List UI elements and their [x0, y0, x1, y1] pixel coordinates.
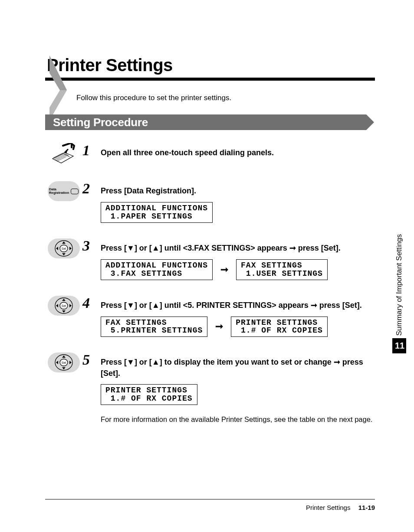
svg-text:Set: Set — [62, 247, 66, 250]
lcd-display: PRINTER SETTINGS 1.# OF RX COPIES — [101, 384, 197, 405]
down-arrow-icon: ▼ — [127, 301, 135, 310]
svg-marker-8 — [56, 247, 58, 250]
step-instruction: Press [Data Registration]. — [101, 186, 375, 196]
step-4: Set 4 Press [▼] or [▲] until <5. PRINTER… — [45, 295, 375, 337]
lcd-display: FAX SETTINGS 1.USER SETTINGS — [236, 259, 328, 280]
panel-open-icon — [50, 143, 78, 166]
svg-marker-13 — [62, 299, 66, 301]
set-navigation-button-icon: Set — [48, 296, 80, 316]
step-number: 3 — [82, 238, 95, 254]
svg-marker-23 — [69, 361, 72, 364]
lcd-display: FAX SETTINGS 5.PRINTER SETTINGS — [101, 317, 207, 337]
intro-text: Follow this procedure to set the printer… — [76, 94, 375, 102]
step-note: For more information on the available Pr… — [101, 415, 375, 424]
step-number: 1 — [82, 142, 95, 159]
page-footer: Printer Settings 11-19 — [45, 499, 375, 511]
down-arrow-icon: ▼ — [127, 358, 135, 366]
step-3: Set 3 Press [▼] or [▲] until <3.FAX SETT… — [45, 238, 375, 280]
svg-marker-1 — [49, 55, 67, 90]
side-label: Summary of Important Settings — [395, 234, 404, 336]
svg-marker-16 — [69, 304, 72, 307]
svg-marker-15 — [56, 304, 58, 307]
step-number: 4 — [82, 295, 95, 311]
svg-marker-22 — [56, 361, 58, 364]
step-1: 1 Open all three one-touch speed dialing… — [45, 142, 375, 166]
svg-marker-7 — [62, 253, 66, 255]
svg-marker-21 — [62, 367, 66, 369]
up-arrow-icon: ▲ — [152, 244, 160, 252]
svg-text:Set: Set — [62, 361, 66, 364]
down-arrow-icon: ▼ — [127, 244, 135, 252]
step-instruction: Press [▼] or [▲] to display the item you… — [101, 357, 375, 379]
section-heading: Setting Procedure — [53, 116, 148, 129]
right-arrow-icon: ➞ — [311, 301, 317, 310]
up-arrow-icon: ▲ — [152, 358, 160, 366]
svg-marker-9 — [69, 247, 72, 250]
svg-text:Set: Set — [62, 304, 66, 307]
step-2: Data Registration 2 Press [Data Registra… — [45, 180, 375, 223]
page-header: Printer Settings — [45, 55, 375, 81]
lcd-display: PRINTER SETTINGS 1.# OF RX COPIES — [231, 317, 328, 337]
footer-section: Printer Settings — [306, 504, 351, 511]
right-arrow-icon: ➞ — [334, 358, 340, 366]
flow-arrow-icon: ➞ — [215, 321, 223, 332]
svg-marker-6 — [62, 242, 66, 244]
chapter-number: 11 — [392, 338, 406, 353]
footer-page-number: 11-19 — [358, 504, 375, 511]
step-instruction: Press [▼] or [▲] until <5. PRINTER SETTI… — [101, 300, 375, 311]
flow-arrow-icon: ➞ — [220, 264, 228, 275]
set-navigation-button-icon: Set — [48, 238, 80, 258]
svg-marker-20 — [62, 356, 66, 358]
up-arrow-icon: ▲ — [152, 301, 160, 310]
step-instruction: Open all three one-touch speed dialing p… — [101, 147, 375, 158]
lcd-display: ADDITIONAL FUNCTIONS 1.PAPER SETTINGS — [101, 202, 213, 223]
svg-marker-14 — [62, 310, 66, 313]
data-registration-button-icon: Data Registration — [48, 181, 80, 201]
step-instruction: Press [▼] or [▲] until <3.FAX SETTINGS> … — [101, 243, 375, 254]
section-banner: Setting Procedure — [45, 114, 375, 130]
title-rule — [45, 78, 375, 81]
step-number: 5 — [82, 352, 95, 368]
right-arrow-icon: ➞ — [289, 244, 296, 252]
set-navigation-button-icon: Set — [48, 352, 80, 372]
page-title: Printer Settings — [47, 55, 375, 75]
lcd-display: ADDITIONAL FUNCTIONS 3.FAX SETTINGS — [101, 259, 213, 280]
step-5: Set 5 Press [▼] or [▲] to display the it… — [45, 352, 375, 424]
side-tab: Summary of Important Settings 11 — [392, 234, 406, 353]
step-number: 2 — [82, 180, 95, 197]
